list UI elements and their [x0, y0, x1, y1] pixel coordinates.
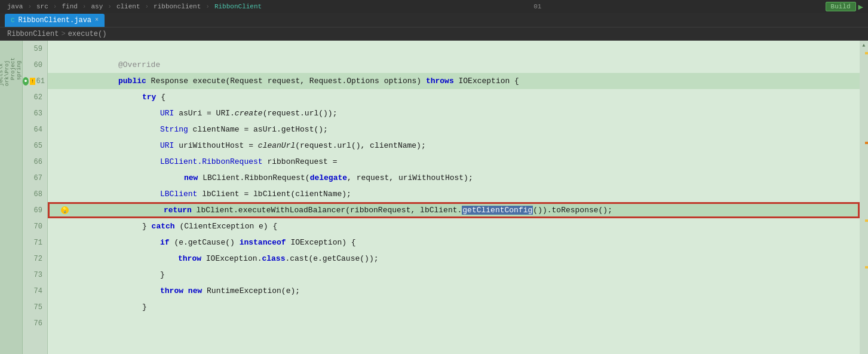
gutter-marker-2: [865, 142, 868, 144]
code-editor: spring Project ork\Proj jects\x k\Proj 5…: [0, 41, 868, 354]
nav-java: java: [5, 3, 25, 10]
line-66: 66: [23, 154, 47, 170]
sidebar-jects: jects\x: [0, 41, 4, 89]
line-62: 62: [23, 89, 47, 105]
line-67: 67: [23, 170, 47, 186]
code-line-60: @Override: [48, 57, 860, 73]
nav-asy: asy: [88, 3, 105, 10]
line-75: 75: [23, 299, 47, 315]
code-content: @Override public Response execute(Reques…: [48, 41, 860, 354]
line-64: 64: [23, 121, 47, 138]
scroll-up-arrow[interactable]: ▲: [860, 41, 868, 49]
line-60: 60: [23, 57, 47, 73]
tab-icon: C: [11, 17, 15, 24]
line-numbers-gutter: 59 60 ● ! 61 62 63 64 65 66 67 68 69 70 …: [23, 41, 48, 354]
sidebar-spring: spring: [16, 41, 22, 83]
code-line-72: throw IOException. class .cast(e.getCaus…: [48, 251, 860, 267]
code-line-62: try {: [48, 89, 860, 105]
code-line-67: new LBClient.RibbonRequest( delegate , r…: [48, 170, 860, 186]
line-73: 73: [23, 267, 47, 283]
selected-text: getClientConfig: [462, 206, 533, 215]
code-line-74: throw new RuntimeException(e);: [48, 283, 860, 299]
gutter-marker-3: [865, 219, 868, 222]
sidebar-ork: ork\Proj: [4, 41, 10, 89]
line-76: 76: [23, 315, 47, 331]
file-tab[interactable]: C RibbonClient.java ×: [5, 14, 105, 27]
line-61: ● ! 61: [23, 73, 47, 89]
line-74: 74: [23, 283, 47, 299]
code-line-68: LBClient lbClient = lbClient(clientName)…: [48, 186, 860, 202]
line-info: 01: [533, 3, 541, 10]
nav-ribbonclient-upper: RibbonClient: [212, 3, 264, 10]
code-line-61: public Response execute(Request request,…: [48, 73, 860, 89]
line-71: 71: [23, 234, 47, 251]
code-line-75: }: [48, 299, 860, 315]
code-line-66: LBClient.RibbonRequest ribbonRequest =: [48, 154, 860, 170]
code-line-63: URI asUri = URI. create (request.url());: [48, 105, 860, 121]
nav-ribbonclient-lower: ribbonclient: [151, 3, 203, 10]
sidebar-project: Project: [10, 41, 16, 83]
line-68: 68: [23, 186, 47, 202]
tab-label: RibbonClient.java: [19, 16, 91, 25]
right-gutter: ▲ ▼: [860, 41, 868, 354]
nav-find: find: [59, 3, 79, 10]
breadcrumb-separator: >: [61, 30, 65, 38]
gutter-marker-4: [865, 266, 868, 268]
gutter-marker-1: [865, 52, 868, 54]
code-line-70: } catch (ClientException e) {: [48, 218, 860, 234]
nav-client: client: [114, 3, 143, 10]
bulb-icon[interactable]: 💡: [61, 206, 69, 214]
build-button[interactable]: Build: [826, 2, 856, 11]
code-line-59: [48, 41, 860, 57]
tab-close-button[interactable]: ×: [95, 17, 99, 23]
code-line-73: }: [48, 267, 860, 283]
editor-window: java › src › find › asy › client › ribbo…: [0, 0, 868, 354]
right-gutter-track: [860, 49, 868, 354]
breadcrumb: RibbonClient > execute(): [0, 28, 868, 41]
annotation-override: @Override: [118, 60, 160, 69]
code-line-76: [48, 315, 860, 331]
breadcrumb-part1: RibbonClient: [7, 30, 59, 38]
line-70: 70: [23, 218, 47, 234]
line-59: 59: [23, 41, 47, 57]
code-line-69: 💡 return lbClient.executeWithLoadBalance…: [48, 202, 860, 218]
top-nav: java › src › find › asy › client › ribbo…: [0, 0, 868, 13]
line-65: 65: [23, 138, 47, 154]
left-sidebar: spring Project ork\Proj jects\x k\Proj: [0, 41, 23, 354]
code-line-64: String clientName = asUri.getHost();: [48, 121, 860, 138]
tab-bar: C RibbonClient.java ×: [0, 13, 868, 28]
warning-icon: !: [30, 78, 35, 85]
code-line-71: if (e.getCause() instanceof IOException)…: [48, 234, 860, 251]
line-69: 69: [23, 202, 47, 218]
code-line-65: URI uriWithoutHost = cleanUrl (request.u…: [48, 138, 860, 154]
breakpoint-icon: ●: [23, 77, 29, 86]
nav-src: src: [34, 3, 51, 10]
run-button[interactable]: ▶: [858, 2, 863, 12]
breadcrumb-part2: execute(): [68, 30, 107, 38]
line-63: 63: [23, 105, 47, 121]
line-72: 72: [23, 251, 47, 267]
